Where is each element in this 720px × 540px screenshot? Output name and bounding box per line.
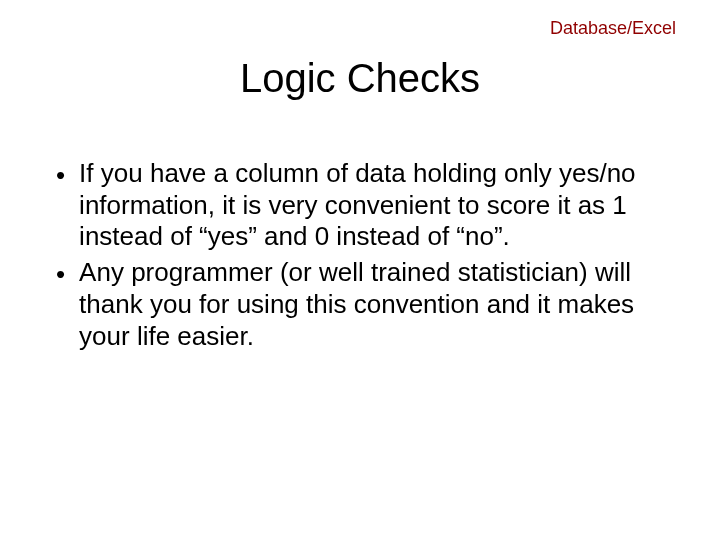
corner-category-label: Database/Excel	[550, 18, 676, 39]
bullet-marker-icon: •	[56, 257, 65, 291]
bullet-marker-icon: •	[56, 158, 65, 192]
bullet-item: • If you have a column of data holding o…	[56, 158, 672, 253]
slide: Database/Excel Logic Checks • If you hav…	[0, 0, 720, 540]
slide-title: Logic Checks	[0, 56, 720, 101]
slide-body: • If you have a column of data holding o…	[56, 158, 672, 356]
bullet-text: If you have a column of data holding onl…	[79, 158, 672, 253]
bullet-item: • Any programmer (or well trained statis…	[56, 257, 672, 352]
bullet-text: Any programmer (or well trained statisti…	[79, 257, 672, 352]
